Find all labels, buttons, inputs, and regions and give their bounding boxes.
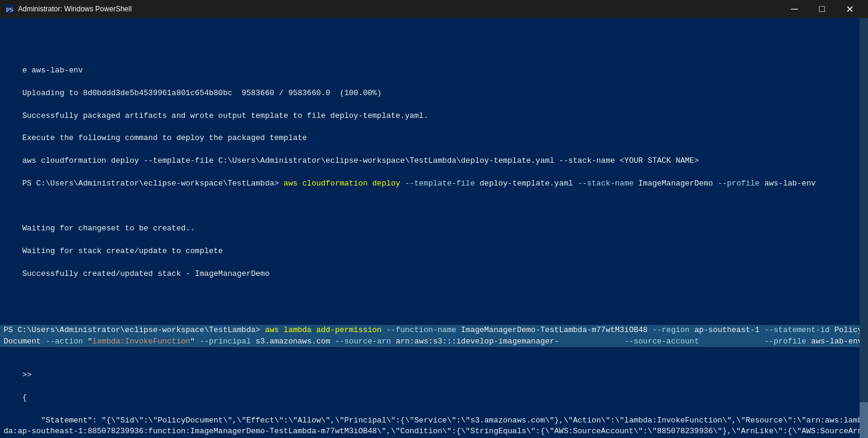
scrollbar-thumb[interactable]: [860, 402, 868, 438]
scrollbar[interactable]: [860, 18, 868, 438]
maximize-button[interactable]: □: [808, 0, 836, 18]
window-title: Administrator: Windows PowerShell: [18, 5, 781, 13]
minimize-button[interactable]: ─: [781, 0, 808, 18]
terminal-line: Execute the following command to deploy …: [22, 133, 307, 142]
terminal-line: Waiting for stack create/update to compl…: [22, 247, 223, 256]
terminal-line: {: [22, 393, 27, 402]
terminal-window[interactable]: e aws-lab-env Uploading to 8d0bddd3de5b4…: [0, 18, 868, 438]
terminal-line-prompt: PS C:\Users\Administrator\eclipse-worksp…: [22, 179, 815, 188]
terminal-line-json: "Statement": "{\"Sid\":\"PolicyDocument\…: [4, 416, 862, 438]
terminal-line: aws cloudformation deploy --template-fil…: [22, 156, 699, 165]
terminal-line: Waiting for changeset to be created..: [22, 224, 195, 233]
window-controls: ─ □ ✕: [781, 0, 863, 18]
terminal-line: e aws-lab-env: [22, 66, 83, 75]
svg-text:PS: PS: [6, 6, 13, 13]
terminal-line-highlighted: PS C:\Users\Administrator\eclipse-worksp…: [0, 325, 868, 348]
powershell-icon: PS: [5, 4, 14, 14]
terminal-line: Uploading to 8d0bddd3de5b4539961a801c654…: [22, 89, 382, 98]
terminal-line: >>: [22, 370, 32, 379]
terminal-line: Successfully created/updated stack - Ima…: [22, 269, 269, 278]
close-button[interactable]: ✕: [836, 0, 863, 18]
terminal-content: e aws-lab-env Uploading to 8d0bddd3de5b4…: [4, 43, 864, 438]
terminal-line: Successfully packaged artifacts and wrot…: [22, 111, 428, 120]
title-bar: PS Administrator: Windows PowerShell ─ □…: [0, 0, 868, 18]
